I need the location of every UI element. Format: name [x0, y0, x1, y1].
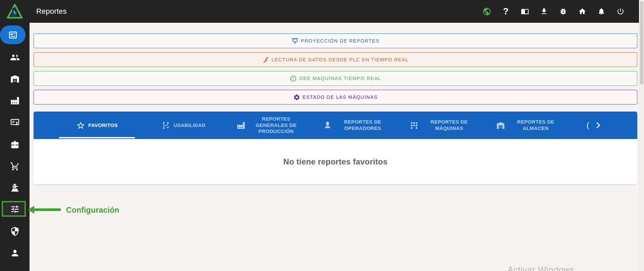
sidebar-item-users[interactable] — [0, 48, 30, 67]
sidebar-item-warehouse[interactable] — [0, 69, 30, 88]
people-icon — [10, 53, 20, 62]
chevron-right-icon[interactable] — [594, 121, 602, 130]
sidebar-item-certificates[interactable] — [0, 113, 30, 132]
configuration-arrow-line — [34, 208, 61, 211]
tab-usabilidad[interactable]: USABILIDAD — [140, 112, 227, 139]
gear-icon — [293, 94, 300, 101]
tab-favoritos[interactable]: FAVORITOS — [54, 112, 140, 139]
tab-overflow-indicator: ( — [587, 121, 594, 130]
sidebar-item-profile[interactable] — [0, 244, 30, 262]
power-icon[interactable] — [615, 6, 626, 17]
tab-reportes-almacen[interactable]: REPORTES DE ALMACEN — [486, 112, 573, 139]
sidebar-item-security[interactable] — [0, 222, 30, 241]
briefcase-icon — [10, 140, 20, 149]
banner-label: LECTURA DE DATOS DESDE PLC EN TIEMPO REA… — [272, 57, 409, 62]
user-icon — [10, 248, 20, 258]
sidebar-item-production[interactable] — [0, 91, 30, 110]
tab-reportes-maquinas[interactable]: REPORTES DE MÁQUINAS — [400, 112, 486, 139]
manual-book-icon[interactable] — [519, 6, 531, 17]
banner-label: PROYECCIÓN DE REPORTES — [301, 38, 379, 44]
download-icon[interactable] — [538, 6, 550, 17]
sidebar-nav — [0, 0, 30, 271]
factory-icon — [236, 121, 246, 130]
tab-reportes-produccion[interactable]: REPORTES GENERALES DE PRODUCCIÓN — [227, 112, 313, 139]
tab-reportes-operadores[interactable]: REPORTES DE OPERADORES — [313, 112, 400, 139]
warehouse-icon — [10, 74, 20, 84]
banner-plc-realtime[interactable]: LECTURA DE DATOS DESDE PLC EN TIEMPO REA… — [34, 52, 637, 67]
projection-screen-icon — [291, 38, 299, 45]
newspaper-reports-icon — [8, 30, 18, 40]
vertical-scrollbar[interactable] — [639, 0, 644, 271]
configuration-arrow-icon — [28, 206, 34, 214]
empty-favorites-message: No tiene reportes favoritos — [283, 157, 388, 166]
workflow-branch-icon — [161, 121, 170, 130]
banner-oee-realtime[interactable]: OEE MAQUINAS TIEMPO REAL — [34, 71, 637, 86]
configuration-highlight-box — [2, 201, 26, 217]
sidebar-item-billing[interactable] — [0, 178, 30, 197]
page-title: Reportes — [36, 7, 67, 16]
bug-report-icon[interactable] — [557, 6, 569, 17]
machines-grid-icon — [410, 121, 419, 130]
sidebar-item-jobs[interactable] — [0, 135, 30, 154]
banner-label: OEE MAQUINAS TIEMPO REAL — [299, 76, 381, 81]
sidebar-item-reports[interactable] — [0, 25, 25, 44]
home-icon[interactable] — [577, 6, 588, 17]
globe-icon[interactable] — [481, 6, 492, 17]
shopping-cart-icon — [10, 161, 20, 171]
activate-windows-watermark: Activar Windows — [507, 265, 575, 271]
factory-icon — [10, 96, 20, 106]
help-icon[interactable]: ? — [500, 6, 512, 17]
cash-register-icon — [10, 183, 20, 193]
header-icon-bar: ? — [481, 6, 639, 17]
banner-label: ESTADO DE LAS MÁQUINAS — [303, 94, 378, 100]
star-icon — [76, 121, 85, 130]
banner-projection-reports[interactable]: PROYECCIÓN DE REPORTES — [34, 33, 637, 48]
configuration-annotation-label: Configuración — [66, 206, 119, 215]
certificate-icon — [10, 118, 20, 127]
sidebar-item-sales[interactable] — [0, 157, 30, 176]
scrollbar-thumb[interactable] — [640, 1, 643, 85]
banner-machine-status[interactable]: ESTADO DE LAS MÁQUINAS — [34, 90, 637, 105]
reports-tab-bar: FAVORITOS USABILIDAD REPORTES GENERALES … — [34, 112, 637, 139]
active-tab-underline — [59, 137, 135, 138]
notifications-icon[interactable] — [596, 6, 607, 17]
plc-robotic-arm-icon — [262, 56, 269, 63]
speedometer-icon — [290, 75, 297, 82]
operator-helmet-icon — [323, 121, 332, 130]
warehouse-icon — [496, 121, 505, 130]
app-logo[interactable] — [7, 4, 23, 19]
favorites-panel: No tiene reportes favoritos — [34, 139, 637, 184]
security-shield-icon — [10, 226, 20, 236]
top-header: Reportes ? — [0, 0, 639, 23]
